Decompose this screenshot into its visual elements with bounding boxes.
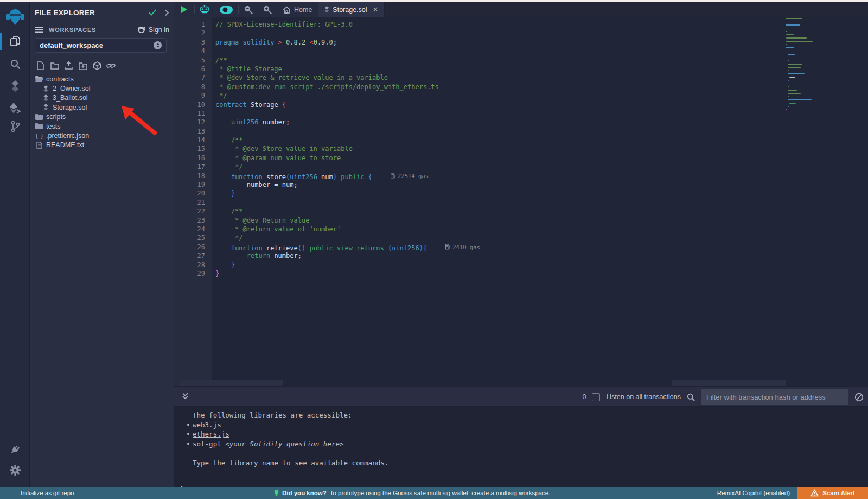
code-line[interactable]: 13 (174, 127, 868, 136)
sidebar-item-file-explorer[interactable] (0, 31, 30, 51)
did-you-know-tip: Did you know? To prototype using the Gno… (274, 490, 550, 497)
cube-icon[interactable] (92, 61, 101, 71)
new-folder-icon[interactable] (50, 61, 59, 71)
tree-item-storage-sol[interactable]: Storage.sol (30, 103, 174, 112)
code-line[interactable]: 15 * @dev Store value in variable (174, 144, 868, 153)
code-line[interactable]: 17 */ (174, 162, 868, 171)
code-line[interactable]: 3pragma solidity >=0.8.2 <0.9.0; (174, 38, 868, 47)
code-line[interactable]: 25 */ (174, 233, 868, 242)
run-script-button[interactable] (174, 2, 194, 17)
code-line-text: return number; (212, 251, 302, 260)
sidebar-item-solidity-compiler[interactable] (0, 77, 30, 96)
code-line-text: function retrieve() public view returns … (212, 243, 480, 251)
code-line[interactable]: 27 return number; (174, 251, 868, 260)
code-line[interactable]: 20 } (174, 189, 868, 198)
tab-storage-sol[interactable]: Storage.sol ✕ (318, 2, 385, 17)
listen-all-checkbox[interactable] (592, 393, 600, 401)
tree-item-readme-txt[interactable]: README.txt (30, 141, 174, 150)
clear-console-icon[interactable] (854, 393, 864, 402)
line-number: 3 (174, 38, 212, 47)
tree-item--prettierrc-json[interactable]: { }.prettierrc.json (30, 131, 174, 140)
code-line-text: // SPDX-License-Identifier: GPL-3.0 (212, 20, 353, 29)
code-line[interactable]: 26 function retrieve() public view retur… (174, 243, 868, 251)
line-number: 19 (174, 180, 212, 189)
code-line[interactable]: 8 * @custom:dev-run-script ./scripts/dep… (174, 83, 868, 91)
code-line-text: * @custom:dev-run-script ./scripts/deplo… (212, 83, 439, 91)
code-line-text (212, 109, 215, 118)
tree-item-3-ballot-sol[interactable]: 3_Ballot.sol (30, 93, 174, 103)
code-line[interactable]: 7 * @dev Store & retrieve value in a var… (174, 73, 868, 82)
terminal-collapse-button[interactable] (174, 392, 189, 402)
scam-alert-button[interactable]: Scam Alert (797, 487, 868, 499)
tree-item-tests[interactable]: tests (30, 122, 174, 131)
code-line[interactable]: 23 * @dev Return value (174, 216, 868, 225)
sidebar-item-git[interactable] (0, 117, 30, 136)
line-number: 13 (174, 127, 212, 136)
code-line[interactable]: 10contract Storage { (174, 100, 868, 109)
code-editor[interactable]: 1// SPDX-License-Identifier: GPL-3.023pr… (174, 17, 868, 386)
transaction-filter-input[interactable] (701, 389, 848, 405)
code-line[interactable]: 19 number = num; (174, 180, 868, 189)
close-tab-icon[interactable]: ✕ (373, 5, 379, 14)
zoom-out-button[interactable] (239, 2, 258, 17)
chevron-right-icon[interactable] (164, 9, 169, 16)
code-line-text: uint256 number; (212, 118, 290, 127)
tree-item-contracts[interactable]: contracts (30, 74, 174, 84)
copilot-status[interactable]: RemixAI Copilot (enabled) (717, 490, 790, 496)
tree-item-2-owner-sol[interactable]: 2_Owner.sol (30, 84, 174, 93)
copilot-toggle[interactable] (214, 2, 238, 17)
play-icon (181, 5, 188, 14)
code-line[interactable]: 2 (174, 29, 868, 37)
code-line[interactable]: 29} (174, 269, 868, 278)
editor-hscroll-thumb-left[interactable] (180, 380, 283, 386)
code-line[interactable]: 5/** (174, 56, 868, 65)
status-bar: Initialize as git repo Did you know? To … (0, 487, 868, 499)
code-line[interactable]: 18 function store(uint256 num) public {2… (174, 172, 868, 180)
code-line[interactable]: 1// SPDX-License-Identifier: GPL-3.0 (174, 20, 868, 29)
library-link[interactable]: web3.js (193, 421, 221, 429)
editor-minimap[interactable] (786, 18, 827, 112)
hamburger-menu-icon[interactable] (35, 27, 43, 33)
transaction-count: 0 (582, 393, 586, 401)
code-line[interactable]: 21 (174, 198, 868, 207)
zoom-in-button[interactable] (258, 2, 277, 17)
code-line[interactable]: 6 * @title Storage (174, 65, 868, 73)
upload-folder-icon[interactable] (78, 61, 87, 71)
sidebar-item-settings[interactable] (0, 460, 30, 480)
sidebar-item-search[interactable] (0, 54, 30, 74)
code-line-text: * @dev Store & retrieve value in a varia… (212, 73, 388, 82)
toggle-on-icon (219, 5, 233, 14)
upload-file-icon[interactable] (64, 61, 73, 71)
remix-logo-icon[interactable] (0, 4, 30, 29)
gas-estimate-badge: 2410 gas (445, 243, 480, 251)
code-line[interactable]: 16 * @param num value to store (174, 154, 868, 162)
sidebar-item-plugin-manager[interactable] (0, 440, 30, 459)
new-file-icon[interactable] (36, 61, 45, 71)
code-line[interactable]: 9 */ (174, 91, 868, 100)
tree-item-scripts[interactable]: scripts (30, 112, 174, 122)
remixai-assistant-button[interactable] (195, 2, 214, 17)
editor-hscroll-thumb-right[interactable] (672, 380, 786, 386)
git-init-button[interactable]: Initialize as git repo (0, 490, 74, 496)
code-line[interactable]: 12 uint256 number; (174, 118, 868, 127)
code-line[interactable]: 28 } (174, 261, 868, 269)
code-line[interactable]: 14 /** (174, 136, 868, 144)
sign-in-button[interactable]: Sign in (137, 26, 169, 34)
workspace-select[interactable]: default_workspace (35, 38, 167, 53)
terminal-output[interactable]: The following libraries are accessible:•… (174, 407, 868, 476)
link-icon[interactable] (106, 61, 116, 71)
tree-item-label: .prettierrc.json (46, 132, 89, 140)
tab-home[interactable]: Home (277, 2, 318, 17)
code-line[interactable]: 22 /** (174, 207, 868, 216)
code-line-text (212, 198, 215, 207)
sidebar-item-deploy-and-run[interactable] (0, 98, 30, 118)
file-explorer-panel: FILE EXPLORER WORKSPACES (30, 2, 174, 487)
code-line-text: */ (212, 91, 227, 100)
line-number: 21 (174, 198, 212, 207)
code-line[interactable]: 4 (174, 47, 868, 55)
solidity-icon (11, 80, 20, 92)
library-link[interactable]: ethers.js (193, 430, 229, 438)
code-line[interactable]: 11 (174, 109, 868, 118)
line-number: 1 (174, 20, 212, 29)
code-line[interactable]: 24 * @return value of 'number' (174, 225, 868, 233)
